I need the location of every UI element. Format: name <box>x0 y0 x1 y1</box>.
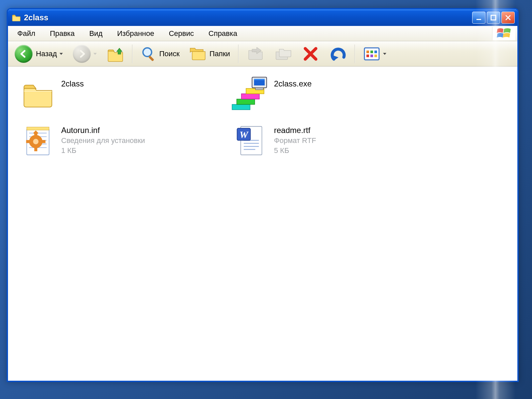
svg-rect-12 <box>237 99 255 104</box>
svg-rect-20 <box>27 127 49 130</box>
search-icon <box>141 46 157 62</box>
move-to-icon <box>247 46 265 62</box>
folders-button[interactable]: Папки <box>186 44 233 64</box>
svg-rect-1 <box>491 15 496 20</box>
menu-tools[interactable]: Сервис <box>162 27 201 40</box>
menu-favorites[interactable]: Избранное <box>110 27 162 40</box>
folders-icon <box>189 46 207 62</box>
svg-rect-18 <box>255 88 263 90</box>
copy-to-button <box>271 44 297 64</box>
views-icon <box>363 47 380 61</box>
svg-rect-30 <box>26 140 31 143</box>
close-button[interactable] <box>501 12 515 24</box>
file-name: 2class.exe <box>274 78 312 89</box>
maximize-button[interactable] <box>487 12 500 24</box>
titlebar[interactable]: 2class <box>8 9 517 26</box>
svg-text:W: W <box>239 129 249 140</box>
svg-rect-9 <box>370 55 373 57</box>
file-item-exe[interactable]: 2class.exe <box>227 73 440 116</box>
up-button[interactable] <box>103 44 127 64</box>
file-name: Autorun.inf <box>61 125 145 136</box>
search-button[interactable]: Поиск <box>137 44 183 64</box>
svg-point-27 <box>33 139 38 144</box>
toolbar-separator <box>354 45 355 63</box>
svg-rect-5 <box>366 51 369 53</box>
back-button[interactable]: Назад <box>11 43 67 65</box>
svg-rect-6 <box>370 51 373 53</box>
folders-label: Папки <box>209 50 230 58</box>
file-name: 2class <box>61 78 84 89</box>
explorer-window: 2class Файл Правка Вид Избранное Сервис … <box>7 8 519 382</box>
views-button[interactable] <box>360 45 390 63</box>
toolbar: Назад <box>8 41 517 66</box>
inf-gear-icon <box>18 122 58 159</box>
back-label: Назад <box>36 50 57 58</box>
file-name: readme.rtf <box>274 125 316 136</box>
svg-rect-29 <box>34 147 37 151</box>
installer-exe-icon <box>231 76 271 112</box>
menubar: Файл Правка Вид Избранное Сервис Справка <box>8 26 517 41</box>
file-list: 2class 2class.exe <box>8 66 517 381</box>
file-type: Сведения для установки <box>61 136 145 146</box>
file-item-folder[interactable]: 2class <box>15 73 227 116</box>
file-size: 5 КБ <box>274 146 316 156</box>
chevron-down-icon <box>93 50 97 58</box>
svg-rect-31 <box>41 140 46 143</box>
menu-view[interactable]: Вид <box>82 27 110 40</box>
svg-rect-4 <box>364 48 379 60</box>
file-item-rtf[interactable]: W readme.rtf Формат RTF 5 КБ <box>227 120 440 163</box>
minimize-button[interactable] <box>472 12 485 24</box>
menu-file[interactable]: Файл <box>10 27 43 40</box>
search-label: Поиск <box>159 50 180 58</box>
svg-rect-7 <box>374 51 377 53</box>
chevron-down-icon <box>382 50 387 58</box>
file-item-inf[interactable]: Autorun.inf Сведения для установки 1 КБ <box>15 120 227 163</box>
file-size: 1 КБ <box>61 146 145 156</box>
forward-button <box>69 43 101 65</box>
window-title: 2class <box>24 13 472 22</box>
toolbar-separator <box>238 45 239 63</box>
undo-button[interactable] <box>325 44 350 64</box>
folder-up-icon <box>107 46 124 62</box>
svg-rect-10 <box>374 55 377 57</box>
svg-rect-0 <box>476 19 481 20</box>
menu-help[interactable]: Справка <box>201 27 244 40</box>
folder-icon <box>12 14 21 21</box>
folder-icon <box>18 76 58 112</box>
forward-arrow-icon <box>73 45 91 63</box>
chevron-down-icon <box>59 50 64 58</box>
svg-rect-3 <box>148 56 154 62</box>
copy-to-icon <box>275 46 293 62</box>
undo-icon <box>328 46 346 62</box>
svg-rect-13 <box>241 94 259 99</box>
move-to-button <box>243 44 269 64</box>
svg-point-2 <box>143 48 152 57</box>
svg-rect-17 <box>254 79 265 80</box>
svg-rect-11 <box>232 104 250 110</box>
windows-logo-icon <box>492 27 515 40</box>
menu-edit[interactable]: Правка <box>43 27 82 40</box>
file-type: Формат RTF <box>274 136 316 146</box>
delete-x-icon <box>303 46 319 62</box>
toolbar-separator <box>132 45 133 63</box>
word-document-icon: W <box>231 122 271 159</box>
svg-rect-8 <box>366 55 369 57</box>
delete-button[interactable] <box>299 44 322 64</box>
back-arrow-icon <box>15 45 33 63</box>
